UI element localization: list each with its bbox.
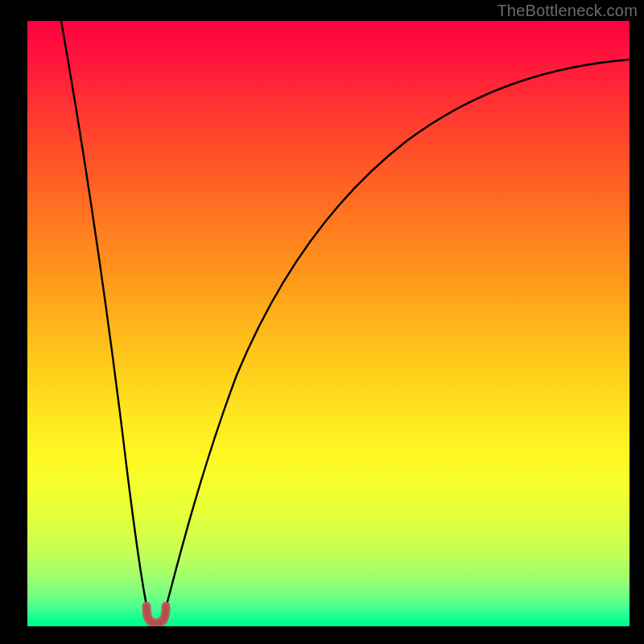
watermark-text: TheBottleneck.com (497, 2, 638, 20)
chart-frame: TheBottleneck.com (0, 0, 644, 644)
bottleneck-curve-right (156, 60, 630, 622)
optimum-marker-group (147, 606, 166, 623)
plot-area (27, 21, 630, 626)
bottleneck-curve-left (61, 21, 156, 622)
bottleneck-curve-svg (27, 21, 630, 626)
